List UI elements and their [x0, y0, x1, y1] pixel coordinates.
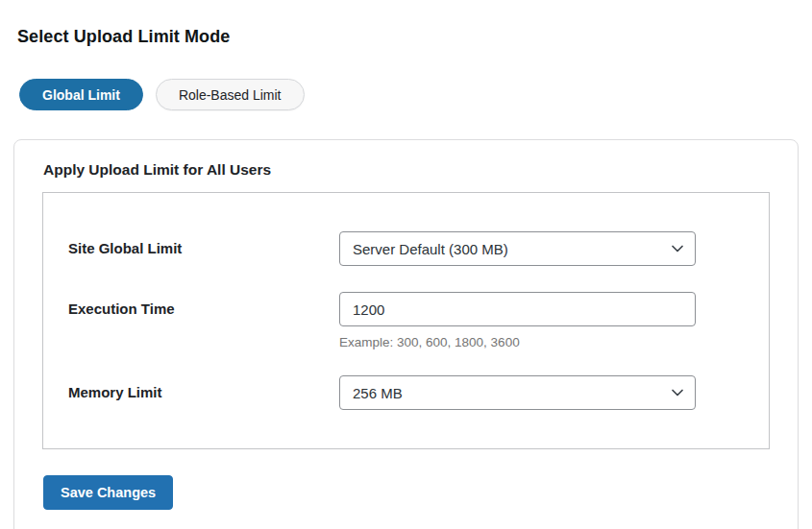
site-global-limit-row: Site Global Limit Server Default (300 MB…	[68, 231, 744, 266]
tab-role-based-limit[interactable]: Role-Based Limit	[156, 79, 305, 110]
execution-time-input[interactable]	[339, 292, 696, 326]
panel-heading: Apply Upload Limit for All Users	[43, 161, 798, 179]
save-changes-button[interactable]: Save Changes	[43, 475, 173, 510]
memory-limit-row: Memory Limit 256 MB	[68, 375, 744, 410]
upload-limit-mode-tabs: Global Limit Role-Based Limit	[19, 79, 812, 110]
page-title: Select Upload Limit Mode	[0, 0, 812, 47]
site-global-limit-select-wrap: Server Default (300 MB)	[339, 231, 696, 266]
memory-limit-label: Memory Limit	[68, 375, 339, 410]
global-limit-panel: Apply Upload Limit for All Users Site Gl…	[13, 139, 799, 529]
memory-limit-select-wrap: 256 MB	[339, 375, 696, 410]
settings-fieldset: Site Global Limit Server Default (300 MB…	[42, 192, 770, 449]
site-global-limit-label: Site Global Limit	[68, 231, 339, 266]
execution-time-label: Execution Time	[68, 292, 339, 326]
execution-time-row: Execution Time Example: 300, 600, 1800, …	[68, 292, 744, 349]
execution-time-field-group: Example: 300, 600, 1800, 3600	[339, 292, 696, 349]
execution-time-hint: Example: 300, 600, 1800, 3600	[339, 335, 696, 349]
tab-global-limit[interactable]: Global Limit	[19, 79, 143, 110]
upload-limit-settings-page: Select Upload Limit Mode Global Limit Ro…	[0, 0, 812, 529]
site-global-limit-select[interactable]: Server Default (300 MB)	[339, 231, 696, 266]
memory-limit-select[interactable]: 256 MB	[339, 375, 696, 410]
